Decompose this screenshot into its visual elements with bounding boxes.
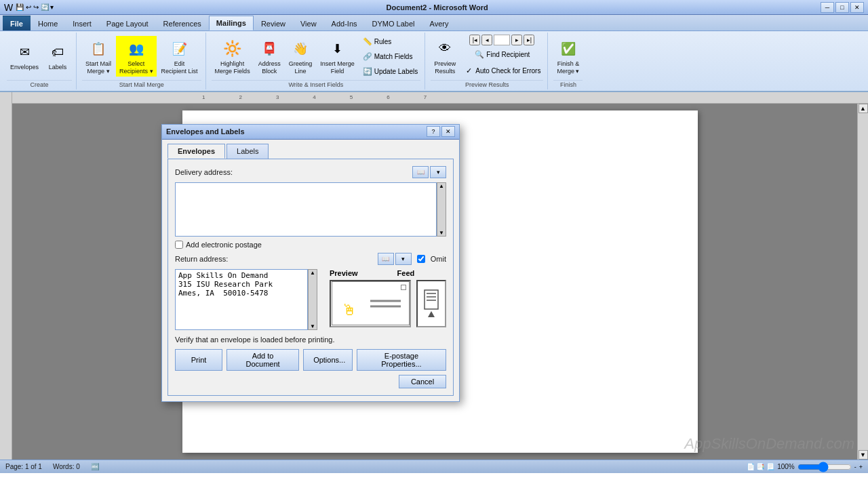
- delivery-address-input[interactable]: [175, 182, 437, 237]
- scroll-down-button[interactable]: ▼: [859, 450, 868, 460]
- dialog-title: Envelopes and Labels: [166, 127, 245, 136]
- tab-references[interactable]: References: [156, 16, 209, 30]
- add-postage-checkbox[interactable]: [175, 241, 183, 249]
- document-area: ▲ ▼ Envelopes and Labels ? ✕: [12, 104, 868, 460]
- feed-icon: [421, 287, 441, 321]
- page-count: Page: 1 of 1: [5, 463, 42, 470]
- envelopes-button[interactable]: ✉ Envelopes: [7, 39, 42, 73]
- zoom-level: 100%: [777, 463, 795, 470]
- labels-button[interactable]: 🏷 Labels: [43, 39, 72, 73]
- delivery-address-dropdown[interactable]: ▾: [430, 166, 446, 178]
- word-count: Words: 0: [53, 463, 80, 470]
- nav-last-button[interactable]: ▸|: [524, 35, 534, 45]
- restore-button[interactable]: □: [835, 2, 849, 13]
- tab-view[interactable]: View: [293, 16, 324, 30]
- tab-review[interactable]: Review: [254, 16, 293, 30]
- return-address-input[interactable]: App Skills On Demand 315 ISU Research Pa…: [175, 269, 308, 330]
- start-mail-merge-button[interactable]: 📋 Start MailMerge ▾: [82, 36, 115, 77]
- tab-dymo[interactable]: DYMO Label: [365, 16, 422, 30]
- delivery-address-book-button[interactable]: 📖: [412, 166, 429, 178]
- delivery-address-area: ▲ ▼: [175, 182, 446, 237]
- edit-recipient-list-button[interactable]: 📝 EditRecipient List: [158, 36, 201, 77]
- zoom-in-icon[interactable]: +: [859, 464, 863, 470]
- find-recipient-button[interactable]: 🔍 Find Recipient: [471, 47, 532, 62]
- add-postage-label: Add electronic postage: [186, 241, 262, 249]
- update-labels-button[interactable]: 🔄 Update Labels: [359, 64, 421, 79]
- vertical-scrollbar[interactable]: ▲ ▼: [857, 104, 868, 460]
- preview-results-button[interactable]: 👁 PreviewResults: [431, 36, 459, 77]
- delivery-address-row: Delivery address: 📖 ▾: [175, 166, 446, 178]
- omit-checkbox[interactable]: [417, 255, 425, 263]
- delivery-scroll-up[interactable]: ▲: [439, 183, 444, 189]
- delivery-scrollbar[interactable]: ▲ ▼: [437, 182, 446, 237]
- envelope-stamp-area: [401, 285, 406, 290]
- ribbon-group-finish: ✅ Finish &Merge ▾ Finish: [549, 33, 587, 89]
- return-scroll-up[interactable]: ▲: [310, 270, 315, 276]
- greeting-line-button[interactable]: 👋 GreetingLine: [285, 36, 316, 77]
- dialog-help-button[interactable]: ?: [427, 126, 440, 137]
- cancel-button[interactable]: Cancel: [399, 375, 446, 388]
- find-recipient-icon: 🔍: [474, 49, 485, 60]
- preview-results-icon: 👁: [434, 38, 456, 60]
- rules-icon: 📏: [362, 36, 373, 47]
- return-address-dropdown[interactable]: ▾: [395, 253, 412, 265]
- nav-page-input[interactable]: [494, 35, 510, 45]
- tab-insert[interactable]: Insert: [65, 16, 99, 30]
- svg-rect-0: [425, 290, 438, 309]
- return-address-book-button[interactable]: 📖: [378, 253, 394, 265]
- title-bar-left: W 💾 ↩ ↪ 🔄 ▾: [4, 2, 54, 13]
- envelope-preview-box: 🖱: [330, 280, 411, 327]
- dialog-tab-content: Delivery address: 📖 ▾ ▲ ▼: [167, 159, 454, 396]
- dialog-tab-bar: Envelopes Labels: [162, 140, 459, 159]
- match-fields-button[interactable]: 🔗 Match Fields: [359, 49, 421, 64]
- select-recipients-icon: 👥: [125, 38, 147, 60]
- nav-next-button[interactable]: ▸: [511, 35, 522, 45]
- add-to-document-button[interactable]: Add to Document: [226, 349, 299, 371]
- delivery-scroll-down[interactable]: ▼: [439, 230, 444, 236]
- omit-label: Omit: [431, 255, 446, 263]
- title-bar-controls: ─ □ ✕: [821, 2, 864, 13]
- preview-feed-labels: Preview Feed: [330, 269, 446, 277]
- dialog-close-button[interactable]: ✕: [441, 126, 455, 137]
- return-scroll-down[interactable]: ▼: [310, 323, 315, 329]
- address-block-icon: 📮: [258, 38, 280, 60]
- tab-labels[interactable]: Labels: [226, 144, 269, 159]
- return-scrollbar[interactable]: ▲ ▼: [308, 269, 317, 330]
- auto-check-errors-button[interactable]: ✓ Auto Check for Errors: [460, 63, 543, 78]
- nav-prev-button[interactable]: ◂: [481, 35, 492, 45]
- tab-avery[interactable]: Avery: [422, 16, 456, 30]
- view-icons: 📄 📑 📃: [747, 463, 775, 470]
- tab-file[interactable]: File: [3, 16, 31, 30]
- minimize-button[interactable]: ─: [821, 2, 834, 13]
- tab-envelopes[interactable]: Envelopes: [167, 144, 225, 159]
- tab-mailings[interactable]: Mailings: [209, 16, 254, 30]
- options-button[interactable]: Options...: [303, 349, 353, 371]
- select-recipients-button[interactable]: 👥 SelectRecipients ▾: [116, 36, 157, 77]
- envelope-shape: 🖱: [332, 281, 410, 325]
- dialog-button-row: Print Add to Document Options... E-posta…: [175, 349, 446, 371]
- highlight-merge-fields-icon: 🔆: [222, 38, 243, 60]
- close-button[interactable]: ✕: [850, 2, 864, 13]
- scroll-up-button[interactable]: ▲: [859, 104, 868, 113]
- ribbon-content: ✉ Envelopes 🏷 Labels Create 📋 Start Mail…: [0, 31, 868, 91]
- zoom-slider[interactable]: [797, 463, 852, 471]
- edit-recipient-list-icon: 📝: [169, 38, 191, 60]
- tab-add-ins[interactable]: Add-Ins: [324, 16, 365, 30]
- ribbon-group-preview: 👁 PreviewResults |◂ ◂ ▸ ▸| 🔍 Find Recipi…: [427, 33, 548, 89]
- ruler-horizontal: 1 2 3 4 5 6 7: [12, 92, 868, 104]
- tab-home[interactable]: Home: [31, 16, 65, 30]
- address-block-button[interactable]: 📮 AddressBlock: [255, 36, 284, 77]
- finish-merge-button[interactable]: ✅ Finish &Merge ▾: [553, 36, 583, 77]
- omit-row: Omit: [417, 255, 446, 263]
- update-labels-icon: 🔄: [362, 66, 373, 77]
- epostage-button[interactable]: E-postage Properties...: [357, 349, 446, 371]
- highlight-merge-fields-button[interactable]: 🔆 HighlightMerge Fields: [212, 36, 254, 77]
- insert-merge-field-button[interactable]: ⬇ Insert MergeField: [317, 36, 358, 77]
- nav-first-button[interactable]: |◂: [469, 35, 480, 45]
- tab-page-layout[interactable]: Page Layout: [99, 16, 156, 30]
- print-button[interactable]: Print: [175, 349, 222, 371]
- rules-button[interactable]: 📏 Rules: [359, 34, 421, 49]
- zoom-out-icon[interactable]: -: [854, 464, 856, 470]
- envelopes-icon: ✉: [14, 41, 35, 63]
- return-address-label-row: Return address: 📖 ▾ Omit: [175, 253, 446, 265]
